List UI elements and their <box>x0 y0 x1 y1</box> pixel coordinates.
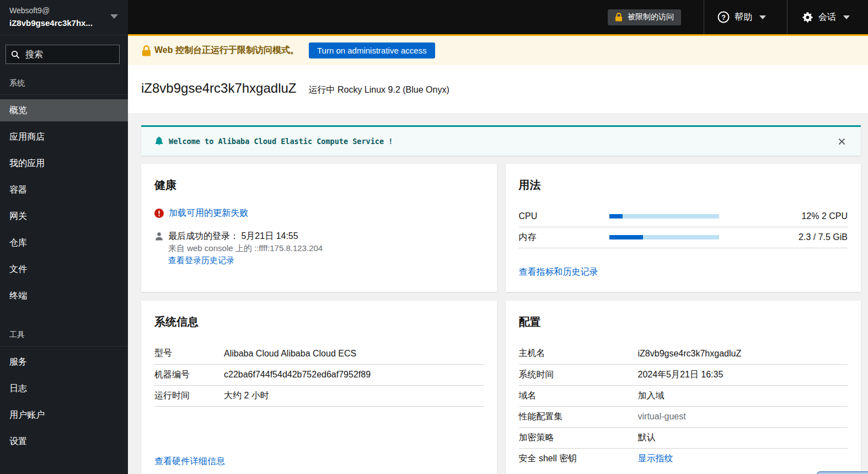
nav-section-title-tools: 工具 <box>0 330 128 347</box>
domain-value: 加入域 <box>638 385 848 406</box>
metrics-history-link[interactable]: 查看指标和历史记录 <box>519 267 598 278</box>
sidebar-item-accounts[interactable]: 用户账户 <box>0 404 128 426</box>
help-icon: ? <box>717 11 730 23</box>
sidebar-item-my-apps[interactable]: 我的应用 <box>0 152 128 174</box>
sidebar-item-overview[interactable]: 概览 <box>0 99 128 121</box>
masthead: 被限制的访问 ? 帮助 <box>128 0 868 36</box>
help-label: 帮助 <box>735 12 752 23</box>
chevron-down-icon <box>759 15 766 19</box>
hardware-details-link[interactable]: 查看硬件详细信息 <box>154 456 225 467</box>
sidebar-item-files[interactable]: 文件 <box>0 258 128 280</box>
gear-icon <box>802 12 813 23</box>
sidebar-item-logs[interactable]: 日志 <box>0 377 128 400</box>
health-card-title: 健康 <box>154 177 484 193</box>
welcome-alert: Welcome to Alibaba Cloud Elastic Compute… <box>141 125 861 156</box>
update-failure-link[interactable]: 加载可用的更新失败 <box>169 207 248 219</box>
sidebar-item-settings[interactable]: 设置 <box>0 430 128 452</box>
bell-icon <box>154 136 164 146</box>
uptime-label: 运行时间 <box>154 385 224 406</box>
usage-memory-label: 内存 <box>519 227 609 248</box>
table-row: 域名 加入域 <box>519 385 848 406</box>
table-row: 主机名 iZ8vb9gse4rc3k7hxgadluZ <box>519 343 848 364</box>
configuration-table: 主机名 iZ8vb9gse4rc3k7hxgadluZ 系统时间 2024年5月… <box>519 343 848 469</box>
help-menu[interactable]: ? 帮助 <box>704 0 787 34</box>
sidebar-item-terminal[interactable]: 终端 <box>0 285 128 307</box>
table-row: 系统时间 2024年5月21日 16:35 <box>519 364 848 385</box>
performance-profile-label: 性能配置集 <box>519 406 638 427</box>
turn-on-admin-access-button[interactable]: Turn on administrative access <box>309 42 435 58</box>
app: Websoft9@ iZ8vb9gse4rc3k7hx... 系统 概览 应用商… <box>0 0 868 474</box>
show-fingerprints-link[interactable]: 显示指纹 <box>638 454 673 463</box>
tooltip-artifact <box>817 471 868 474</box>
os-name: Rocky Linux 9.2 (Blue Onyx) <box>337 85 449 94</box>
configuration-card: 配置 主机名 iZ8vb9gse4rc3k7hxgadluZ 系统时间 2024… <box>506 301 861 474</box>
nav-section-tools: 工具 服务 日志 用户账户 设置 <box>0 330 128 452</box>
cpu-progressbar <box>609 206 720 227</box>
error-icon <box>154 209 164 218</box>
sidebar-item-services[interactable]: 服务 <box>0 351 128 373</box>
restricted-access-label: 被限制的访问 <box>628 12 674 22</box>
nav-section-title-system: 系统 <box>0 78 128 95</box>
system-info-table: 型号 Alibaba Cloud Alibaba Cloud ECS 机器编号 … <box>154 343 484 407</box>
limited-access-banner: Web 控制台正运行于限制访问模式。 Turn on administrativ… <box>128 36 868 65</box>
table-row: 性能配置集 virtual-guest <box>519 406 848 427</box>
table-row: 安全 shell 密钥 显示指纹 <box>519 448 848 469</box>
system-info-card-title: 系统信息 <box>154 314 484 329</box>
usage-card: 用法 CPU 12% 2 CPU 内存 <box>506 164 861 292</box>
usage-cpu-value: 12% 2 CPU <box>720 206 848 227</box>
last-login-line: 最后成功的登录： 5月21日 14:55 <box>168 230 323 242</box>
sidebar-item-gateway[interactable]: 网关 <box>0 205 128 227</box>
crypto-policy-value: 默认 <box>638 427 848 448</box>
table-row: 机器编号 c22ba6f744f54d42b752ed6af7952f89 <box>154 364 484 385</box>
alert-close-button[interactable] <box>837 136 847 147</box>
session-label: 会话 <box>818 12 836 23</box>
usage-row-cpu: CPU 12% 2 CPU <box>519 206 848 227</box>
login-origin: 来自 web console 上的 ::ffff:175.8.123.204 <box>168 242 323 254</box>
search-icon <box>11 50 20 59</box>
page-subtitle: 运行中 Rocky Linux 9.2 (Blue Onyx) <box>309 84 449 96</box>
machine-id-value: c22ba6f744f54d42b752ed6af7952f89 <box>224 364 484 385</box>
domain-label: 域名 <box>519 385 638 406</box>
session-menu[interactable]: 会话 <box>787 0 868 34</box>
usage-memory-value: 2.3 / 7.5 GiB <box>720 227 848 248</box>
user-icon <box>154 231 164 241</box>
sidebar-search[interactable] <box>6 45 120 64</box>
crypto-policy-label: 加密策略 <box>519 427 638 448</box>
hostname-value: iZ8vb9gse4rc3k7hxgadluZ <box>638 343 848 364</box>
restricted-access-badge[interactable]: 被限制的访问 <box>608 9 681 25</box>
host-switcher[interactable]: Websoft9@ iZ8vb9gse4rc3k7hx... <box>0 0 128 35</box>
chevron-down-icon <box>110 14 118 19</box>
health-card: 健康 加载可用的更新失败 <box>141 164 497 292</box>
sidebar-item-app-store[interactable]: 应用商店 <box>0 126 128 148</box>
system-time-value: 2024年5月21日 16:35 <box>638 364 848 385</box>
performance-profile-value: virtual-guest <box>638 406 848 427</box>
main: 被限制的访问 ? 帮助 <box>128 0 868 474</box>
model-label: 型号 <box>154 343 224 364</box>
brand-hostname: iZ8vb9gse4rc3k7hx... <box>9 17 121 29</box>
login-history-link[interactable]: 查看登录历史记录 <box>168 255 234 265</box>
page-header: iZ8vb9gse4rc3k7hxgadluZ 运行中 Rocky Linux … <box>128 65 868 113</box>
sidebar-item-containers[interactable]: 容器 <box>0 179 128 201</box>
table-row: 型号 Alibaba Cloud Alibaba Cloud ECS <box>154 343 484 364</box>
svg-text:?: ? <box>721 14 726 22</box>
search-input[interactable] <box>25 50 115 60</box>
card-grid: 健康 加载可用的更新失败 <box>141 164 861 474</box>
running-state: 运行中 <box>309 85 335 94</box>
sidebar: Websoft9@ iZ8vb9gse4rc3k7hx... 系统 概览 应用商… <box>0 0 128 474</box>
usage-row-memory: 内存 2.3 / 7.5 GiB <box>519 227 848 248</box>
machine-id-label: 机器编号 <box>154 364 224 385</box>
system-time-label: 系统时间 <box>519 364 638 385</box>
table-row: 加密策略 默认 <box>519 427 848 448</box>
usage-card-title: 用法 <box>519 177 848 193</box>
welcome-alert-message: Welcome to Alibaba Cloud Elastic Compute… <box>169 137 393 146</box>
hostname-label: 主机名 <box>519 343 638 364</box>
brand-username: Websoft9@ <box>9 5 121 16</box>
content: Welcome to Alibaba Cloud Elastic Compute… <box>128 113 868 474</box>
model-value: Alibaba Cloud Alibaba Cloud ECS <box>224 343 484 364</box>
chevron-down-icon <box>843 15 850 19</box>
sidebar-item-repository[interactable]: 仓库 <box>0 232 128 254</box>
usage-cpu-label: CPU <box>519 206 609 227</box>
ssh-keys-label: 安全 shell 密钥 <box>519 448 638 469</box>
configuration-card-title: 配置 <box>519 314 848 329</box>
lock-icon <box>615 13 623 22</box>
